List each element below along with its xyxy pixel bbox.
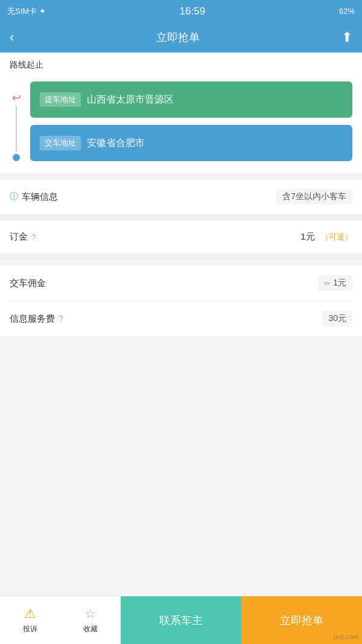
service-fee-label-group: 信息服务费 ?: [10, 313, 63, 325]
dropoff-tag: 交车地址: [40, 136, 81, 150]
complaint-tab[interactable]: ⚠ 投诉: [0, 596, 60, 644]
service-fee-label: 信息服务费: [10, 313, 55, 325]
favorite-icon: ☆: [84, 606, 97, 622]
pickup-address: 山西省太原市晋源区: [87, 94, 343, 106]
commission-label: 交车佣金: [10, 278, 46, 289]
divider-2: [0, 214, 362, 220]
divider-3: [0, 253, 362, 260]
grab-button[interactable]: 立即抢单: [241, 596, 362, 644]
grab-button-label: 立即抢单: [280, 613, 323, 628]
bottom-actions: 联系车主 立即抢单: [121, 596, 362, 644]
status-bar: 无SIM卡 ✦ 16:59 62%: [0, 0, 362, 22]
deposit-refund: （可退）: [321, 232, 352, 241]
commission-value: 1元: [333, 278, 346, 289]
back-button[interactable]: ‹: [10, 30, 14, 45]
deposit-section: 订金 ? 1元 （可退）: [0, 220, 362, 253]
vehicle-info-row: ⓘ 车辆信息 含7坐以内小客车: [10, 179, 352, 214]
sim-status: 无SIM卡 ✦: [7, 6, 46, 17]
complaint-label: 投诉: [23, 624, 37, 634]
complaint-icon: ⚠: [24, 606, 36, 622]
route-line: ↩: [10, 81, 23, 161]
dropoff-icon: [13, 154, 20, 161]
deposit-label: 订金: [10, 231, 28, 243]
commission-label-group: 交车佣金: [10, 278, 46, 289]
dropoff-address: 安徽省合肥市: [87, 137, 343, 150]
dropoff-card[interactable]: 交车地址 安徽省合肥市: [30, 125, 352, 161]
edit-icon: ✏: [324, 279, 331, 288]
route-connector: [16, 106, 17, 151]
nav-bar: ‹ 立即抢单 ⬆: [0, 22, 362, 53]
status-left: 无SIM卡 ✦: [7, 6, 46, 17]
pickup-tag: 提车地址: [40, 92, 81, 107]
service-fee-value: 30元: [322, 311, 352, 327]
contact-button[interactable]: 联系车主: [121, 596, 241, 644]
status-time: 16:59: [180, 5, 206, 18]
fee-section: 交车佣金 ✏ 1元 信息服务费 ? 30元: [0, 266, 362, 336]
pickup-card[interactable]: 提车地址 山西省太原市晋源区: [30, 81, 352, 118]
deposit-row: 订金 ? 1元 （可退）: [10, 220, 352, 253]
route-section-label: 路线起止: [0, 53, 362, 75]
vehicle-info-label: 车辆信息: [22, 191, 58, 203]
favorite-tab[interactable]: ☆ 收藏: [60, 596, 121, 644]
status-right: 62%: [339, 7, 355, 16]
vehicle-info-value: 含7坐以内小客车: [276, 189, 352, 205]
favorite-label: 收藏: [83, 624, 98, 634]
vehicle-info-section: ⓘ 车辆信息 含7坐以内小客车: [0, 179, 362, 214]
divider-1: [0, 173, 362, 179]
info-icon: ⓘ: [10, 191, 18, 202]
deposit-label-group: 订金 ?: [10, 231, 36, 243]
nav-title: 立即抢单: [156, 30, 200, 45]
deposit-help-icon[interactable]: ?: [31, 232, 36, 242]
service-fee-row: 信息服务费 ? 30元: [10, 301, 352, 336]
commission-value-group: ✏ 1元: [318, 275, 352, 291]
share-button[interactable]: ⬆: [341, 30, 352, 45]
vehicle-info-left: ⓘ 车辆信息: [10, 191, 58, 203]
deposit-value: 1元: [300, 231, 314, 241]
battery-status: 62%: [339, 7, 355, 16]
bottom-bar: ⚠ 投诉 ☆ 收藏 联系车主 立即抢单: [0, 596, 362, 644]
deposit-value-group: 1元 （可退）: [300, 231, 352, 243]
route-section: ↩ 提车地址 山西省太原市晋源区 交车地址 安徽省合肥市: [0, 75, 362, 173]
commission-row: 交车佣金 ✏ 1元: [10, 266, 352, 301]
service-fee-help-icon[interactable]: ?: [59, 314, 63, 324]
contact-button-label: 联系车主: [159, 613, 203, 628]
route-cards: 提车地址 山西省太原市晋源区 交车地址 安徽省合肥市: [30, 81, 352, 161]
pickup-icon: ↩: [12, 92, 21, 103]
